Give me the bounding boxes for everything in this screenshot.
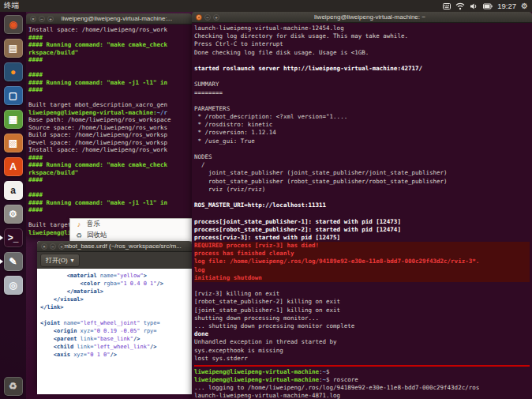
gedit-title: mbot_base.urdf (~/ros_workspace/src/m... (56, 243, 189, 250)
libreoffice-writer-icon: ▢ (9, 90, 17, 101)
places-item-music[interactable]: ♪音乐 (70, 219, 192, 230)
system-settings-icon: ⚙ (9, 209, 17, 220)
running-indicator (0, 259, 3, 264)
left-terminal-body[interactable]: Install space: /home/liweipeng/ros_work#… (26, 24, 192, 238)
launcher-item-dash[interactable]: ◉ (4, 15, 23, 34)
close-icon[interactable]: × (30, 16, 36, 22)
right-terminal-window[interactable]: × − + liweipeng@liweipeng-virtual-machin… (192, 12, 532, 399)
launcher-item-libreoffice-impress[interactable]: ▧ (4, 134, 23, 152)
text-line: <origin xyz="0 0.19 -0.05" rpy= (40, 327, 189, 335)
text-line: #### (28, 191, 189, 199)
launcher-item-text-editor[interactable]: ✎ (4, 252, 23, 271)
open-button-label: 打开(O) (46, 256, 68, 265)
text-line: liweipeng@liweipeng-virtual-machine:~/r (28, 109, 189, 117)
text-line: [joint_state_publisher-1] killing on exi… (194, 307, 530, 314)
launcher-item-amazon[interactable]: a (4, 181, 23, 200)
left-terminal-window-buttons: × − + (30, 16, 54, 22)
launcher-item-terminal[interactable]: >_ (4, 228, 23, 247)
wifi-icon[interactable] (455, 2, 465, 10)
launcher-item-dvd[interactable]: ◎ (4, 276, 23, 295)
text-line: <color rgba="1 0.4 0 1"/> (40, 280, 189, 288)
places-item-trash[interactable]: ♻回收站 (70, 230, 192, 241)
text-line: Unhandled exception in thread started by (194, 338, 530, 346)
text-line: #### (28, 71, 189, 79)
launcher-item-libreoffice-calc[interactable]: ▦ (4, 110, 23, 129)
left-terminal-window[interactable]: × − + liweipeng@liweipeng-virtual-machin… (26, 13, 192, 236)
text-line: liweipeng@liweipeng-virtual-machine:~$ (194, 368, 530, 376)
text-line: * /rosdistro: kinetic (194, 121, 530, 129)
panel-clock[interactable]: 19:27 (497, 2, 516, 10)
right-terminal-body[interactable]: launch-liweipeng-virtual-machine-12454.l… (192, 23, 532, 399)
text-line: rviz (rviz/rviz) (194, 186, 530, 194)
text-line: SUMMARY (194, 81, 530, 88)
maximize-icon[interactable]: + (47, 16, 54, 22)
text-line: ... shutting down processing monitor com… (194, 322, 530, 330)
gedit-body[interactable]: <material name="yellow"> <color rgba="1 … (37, 269, 192, 394)
launcher: ◉▤●▢▦▧Aa⚙>_✎◎♻ (0, 12, 26, 399)
launcher-item-trash[interactable]: ♻ (4, 377, 23, 396)
panel-app-title: 终端 (4, 1, 19, 11)
text-editor-icon: ✎ (9, 256, 17, 267)
text-line: * /use_gui: True (194, 137, 530, 145)
text-line: process has finished cleanly (194, 250, 530, 258)
trash-icon: ♻ (9, 381, 17, 392)
text-line: #### (28, 176, 189, 184)
text-line: #### Running command: "make cmake_check (28, 41, 189, 49)
text-line: started roslaunch server http://liweipen… (194, 65, 530, 73)
text-line: </visual> (40, 295, 189, 303)
text-line: Done checking log file disk usage. Usage… (194, 49, 530, 57)
text-line: * /rosversion: 1.12.14 (194, 129, 530, 137)
chevron-down-icon: ▾ (71, 257, 74, 264)
text-line: process[robot_state_publisher-2]: starte… (194, 226, 530, 234)
panel-indicators: 19:27 ⚙ (443, 2, 528, 10)
text-line: launch-liweipeng-virtual-machine-4871.lo… (194, 392, 530, 399)
text-line: #### (28, 154, 189, 162)
left-terminal-titlebar[interactable]: × − + liweipeng@liweipeng-virtual-machin… (26, 13, 192, 24)
left-terminal-title: liweipeng@liweipeng-virtual-machine:... (45, 15, 189, 22)
input-method-icon[interactable] (443, 2, 451, 10)
launcher-item-libreoffice-writer[interactable]: ▢ (4, 86, 23, 105)
right-terminal-titlebar[interactable]: × − + liweipeng@liweipeng-virtual-machin… (192, 12, 532, 23)
launcher-item-files[interactable]: ▤ (4, 39, 23, 58)
close-icon[interactable]: × (196, 14, 202, 21)
minimize-icon[interactable]: − (39, 16, 45, 22)
text-line: REQUIRED process [rviz-3] has died! (194, 242, 530, 250)
files-icon: ▤ (9, 43, 17, 54)
text-line: robot_state_publisher (robot_state_publi… (194, 178, 530, 186)
minimize-icon[interactable]: − (50, 243, 56, 250)
text-line: sys.excepthook is missing (194, 347, 530, 355)
text-line: Source space: /home/liweipeng/ros_works (28, 124, 189, 132)
minimize-icon[interactable]: − (204, 14, 211, 21)
text-line: initiating shutdown (194, 274, 530, 282)
text-line (194, 145, 530, 153)
text-line: * /robot_description: <?xml version="1..… (194, 113, 530, 121)
launcher-item-system-settings[interactable]: ⚙ (4, 205, 23, 224)
amazon-icon: a (10, 185, 16, 196)
text-line: <axis xyz="0 1 0"/> (40, 351, 189, 359)
launcher-item-firefox[interactable]: ● (4, 62, 23, 81)
music-icon: ♪ (75, 220, 83, 228)
running-indicator (0, 235, 3, 240)
text-line: </link> (40, 303, 189, 311)
text-line: rkspace/build" (28, 49, 189, 57)
text-line (194, 97, 530, 105)
gedit-window[interactable]: × − + mbot_base.urdf (~/ros_workspace/sr… (37, 241, 192, 387)
session-gear-icon[interactable]: ⚙ (521, 2, 528, 10)
maximize-icon[interactable]: + (58, 243, 65, 250)
gedit-titlebar[interactable]: × − + mbot_base.urdf (~/ros_workspace/sr… (37, 241, 192, 252)
dvd-icon: ◎ (9, 280, 17, 291)
text-line: joint_state_publisher (joint_state_publi… (194, 169, 530, 177)
libreoffice-calc-icon: ▦ (9, 114, 17, 125)
text-line: <material name="yellow"> (40, 272, 189, 280)
text-line (194, 57, 530, 65)
open-button[interactable]: 打开(O) ▾ (40, 254, 80, 267)
close-icon[interactable]: × (41, 243, 47, 250)
launcher-item-ubuntu-software[interactable]: A (4, 157, 23, 176)
text-line: Built target mbot_description_xacro_gen (28, 101, 189, 109)
maximize-icon[interactable]: + (213, 14, 219, 21)
firefox-icon: ● (10, 66, 16, 77)
volume-icon[interactable] (470, 2, 478, 10)
battery-icon[interactable] (483, 3, 493, 9)
text-line: rkspace/build" (28, 169, 189, 177)
text-line: ROS_MASTER_URI=http://localhost:11311 (194, 201, 530, 209)
